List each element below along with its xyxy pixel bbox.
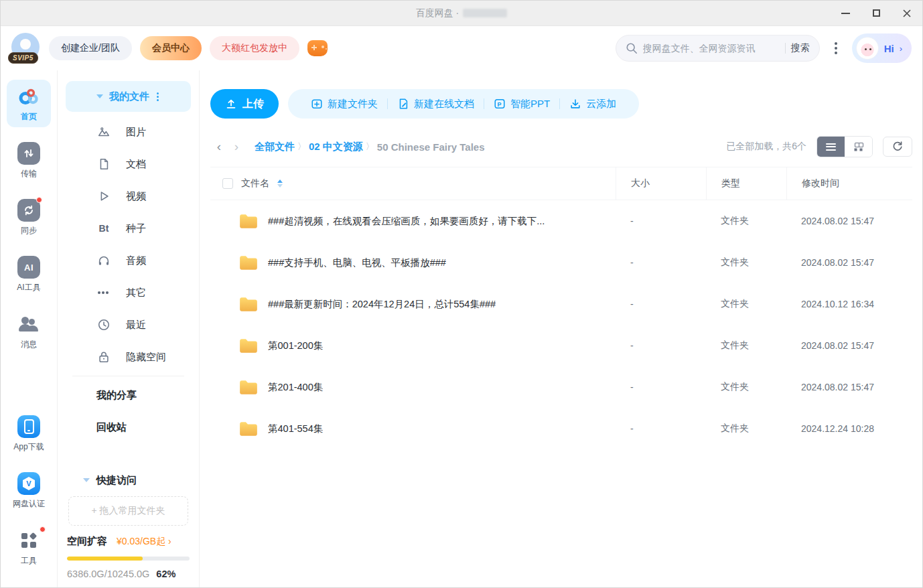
user-avatar[interactable]: SVIP5 (10, 33, 41, 64)
sort-icon[interactable] (277, 179, 283, 188)
table-row[interactable]: ###超清视频，在线观看会压缩画质，如果要画质好，请下载下... - 文件夹 2… (210, 200, 912, 242)
sidebar-item-recycle-bin[interactable]: 回收站 (66, 411, 191, 443)
category-list: 图片 文档 视频 Bt 种子 音频 (66, 116, 191, 373)
file-name[interactable]: ###最新更新时间：2024年12月24日，总计554集### (268, 298, 496, 311)
file-size: - (616, 216, 706, 226)
maximize-button[interactable] (861, 1, 892, 26)
column-header-size[interactable]: 大小 (616, 167, 706, 200)
minimize-icon (841, 13, 850, 14)
nav-forward-button[interactable]: › (228, 139, 245, 154)
create-team-button[interactable]: 创建企业/团队 (49, 36, 132, 60)
smart-ppt-button[interactable]: P 智能PPT (484, 98, 559, 111)
list-view-button[interactable] (817, 137, 845, 157)
column-header-modified[interactable]: 修改时间 (786, 167, 912, 200)
folder-icon (238, 378, 259, 396)
upload-button[interactable]: 上传 (210, 89, 279, 119)
quick-access-label: 快捷访问 (96, 474, 137, 487)
file-name[interactable]: 第001-200集 (268, 340, 323, 352)
sidebar-item-quick-access[interactable]: 快捷访问 (66, 465, 191, 495)
table-row[interactable]: ###支持手机、电脑、电视、平板播放### - 文件夹 2024.08.02 1… (210, 242, 912, 283)
folder-icon (238, 295, 259, 313)
quick-access-dropzone[interactable]: + 拖入常用文件夹 (68, 496, 188, 526)
rail-item-transfer[interactable]: 传输 (7, 137, 51, 184)
search-input[interactable] (643, 43, 780, 54)
folder-icon (238, 420, 259, 437)
table-row[interactable]: ###最新更新时间：2024年12月24日，总计554集### - 文件夹 20… (210, 283, 912, 325)
close-button[interactable] (892, 1, 922, 26)
my-files-label: 我的文件 (109, 90, 149, 103)
sidebar-item-my-shares[interactable]: 我的分享 (66, 379, 191, 411)
column-header-name[interactable]: 文件名 (241, 177, 269, 190)
folder-icon (238, 254, 259, 271)
table-row[interactable]: 第001-200集 - 文件夹 2024.08.02 15:47 (210, 325, 912, 366)
headphones-icon (96, 254, 111, 267)
rail-item-home[interactable]: 首页 (7, 80, 51, 127)
red-packet-button[interactable]: 大额红包发放中 (210, 36, 299, 60)
table-row[interactable]: 第401-554集 - 文件夹 2024.12.24 10:28 (210, 408, 912, 449)
sidebar-item-others[interactable]: 其它 (66, 277, 191, 309)
sidebar-item-hidden-space[interactable]: 隐藏空间 (66, 341, 191, 373)
rail-item-verification[interactable]: V 网盘认证 (7, 467, 51, 514)
upload-icon (225, 98, 237, 110)
nav-back-button[interactable]: ‹ (210, 139, 228, 154)
select-all-checkbox[interactable] (222, 178, 233, 189)
new-folder-button[interactable]: 新建文件夹 (301, 98, 387, 111)
sidebar-item-documents[interactable]: 文档 (66, 148, 191, 180)
grid-view-icon (855, 143, 863, 151)
sidebar-item-audio[interactable]: 音频 (66, 244, 191, 277)
rail-item-app-download[interactable]: App下载 (7, 410, 51, 457)
rail-item-ai-tools[interactable]: AI AI工具 (7, 250, 51, 298)
assistant-button[interactable]: Hi › (852, 33, 912, 63)
file-modified: 2024.12.24 10:28 (786, 423, 912, 434)
assistant-avatar (856, 37, 879, 60)
search-bar[interactable]: 搜索 (616, 35, 820, 62)
file-size: - (616, 299, 706, 309)
file-modified: 2024.08.02 15:47 (786, 216, 912, 226)
new-doc-icon (397, 98, 409, 110)
app-header: SVIP5 创建企业/团队 会员中心 大额红包发放中 搜索 Hi › (1, 26, 922, 70)
breadcrumb-root[interactable]: 全部文件 (255, 141, 295, 153)
storage-upgrade-link[interactable]: ¥0.03/GB起 › (117, 536, 171, 548)
grid-view-button[interactable] (845, 137, 872, 157)
refresh-button[interactable] (883, 137, 912, 157)
cloud-add-icon (569, 98, 581, 110)
breadcrumb-separator: 〉 (297, 141, 306, 153)
storage-expand-label: 空间扩容 (67, 535, 107, 548)
sidebar-divider (72, 376, 184, 376)
rail-item-sync[interactable]: 同步 (7, 194, 51, 241)
sidebar-item-torrents[interactable]: Bt 种子 (66, 212, 191, 244)
game-controller-icon[interactable] (307, 40, 328, 56)
file-name[interactable]: ###支持手机、电脑、电视、平板播放### (268, 256, 446, 269)
file-name[interactable]: 第201-400集 (268, 381, 323, 394)
file-name[interactable]: 第401-554集 (268, 423, 323, 435)
new-online-doc-button[interactable]: 新建在线文档 (388, 98, 484, 111)
my-files-menu-icon[interactable] (155, 91, 160, 102)
sidebar-item-pictures[interactable]: 图片 (66, 116, 191, 148)
file-modified: 2024.08.02 15:47 (786, 257, 912, 268)
sidebar-item-my-files[interactable]: 我的文件 (66, 81, 191, 112)
rail-label-transfer: 传输 (21, 168, 37, 179)
rail-label-ai-tools: AI工具 (17, 282, 40, 293)
app-window: 百度网盘 · SVIP5 创建企业/团队 会员中心 大额红包发放中 搜索 (0, 0, 923, 588)
search-button[interactable]: 搜索 (791, 42, 810, 54)
sidebar-item-videos[interactable]: 视频 (66, 180, 191, 212)
category-label: 文档 (126, 158, 146, 171)
breadcrumb-parent[interactable]: 02 中文资源 (309, 141, 363, 153)
file-size: - (616, 423, 706, 434)
rail-item-tools[interactable]: 工具 (7, 524, 51, 571)
rail-item-messages[interactable]: 消息 (7, 307, 51, 355)
messages-icon (17, 313, 40, 336)
member-center-button[interactable]: 会员中心 (140, 36, 202, 60)
more-menu-button[interactable] (828, 37, 844, 60)
folder-icon (238, 337, 259, 354)
new-folder-label: 新建文件夹 (328, 98, 378, 111)
chevron-right-icon: › (900, 44, 902, 54)
file-name[interactable]: ###超清视频，在线观看会压缩画质，如果要画质好，请下载下... (268, 215, 545, 228)
column-header-type[interactable]: 类型 (706, 167, 786, 200)
window-title: 百度网盘 · (1, 7, 922, 19)
title-bar[interactable]: 百度网盘 · (1, 1, 922, 26)
table-row[interactable]: 第201-400集 - 文件夹 2024.08.02 15:47 (210, 366, 912, 408)
cloud-add-button[interactable]: 云添加 (560, 98, 626, 111)
sidebar-item-recent[interactable]: 最近 (66, 309, 191, 341)
minimize-button[interactable] (830, 1, 861, 26)
